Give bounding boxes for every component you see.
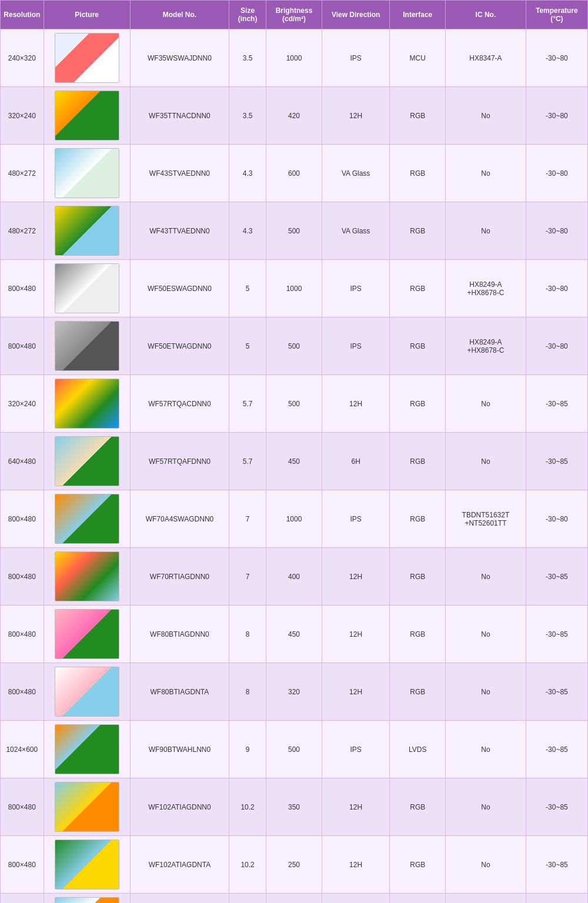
cell-brightness: 500: [266, 721, 322, 778]
cell-model: WF102ATIAGDNN0: [130, 778, 229, 836]
cell-brightness: 450: [266, 433, 322, 490]
cell-size: 9: [229, 721, 266, 778]
cell-model: WF57RTQACDNN0: [130, 375, 229, 433]
header-ic: IC No.: [446, 1, 526, 29]
cell-ic: No: [446, 663, 526, 721]
cell-viewdir: 12H: [322, 836, 390, 894]
cell-resolution: 320×240: [1, 375, 44, 433]
cell-interface: MCU: [390, 29, 446, 87]
cell-interface: RGB: [390, 836, 446, 894]
cell-brightness: 1000: [266, 490, 322, 548]
cell-ic: No: [446, 721, 526, 778]
table-row: 800×480WF70RTIAGDNN0740012HRGBNo-30~85: [1, 548, 588, 606]
table-row: 240×320WF35WSWAJDNN03.51000IPSMCUHX8347-…: [1, 29, 588, 87]
cell-model: WF57RTQAFDNN0: [130, 433, 229, 490]
cell-interface: LVDS: [390, 721, 446, 778]
cell-viewdir: IPS: [322, 29, 390, 87]
product-table: Resolution Picture Model No. Size(inch) …: [0, 0, 588, 903]
cell-picture: [44, 433, 130, 490]
cell-temp: -30~80: [526, 490, 587, 548]
cell-interface: RGB: [390, 778, 446, 836]
table-row: 800×480WF80BTIAGDNN0845012HRGBNo-30~85: [1, 606, 588, 663]
cell-model: WF90BTWAHLNN0: [130, 721, 229, 778]
cell-interface: RGB: [390, 145, 446, 202]
cell-viewdir: 12H: [322, 87, 390, 145]
cell-viewdir: VA Glass: [322, 145, 390, 202]
table-row: 800×480WF50ETWAGDNN05500IPSRGBHX8249-A +…: [1, 317, 588, 375]
cell-brightness: 500: [266, 375, 322, 433]
cell-viewdir: IPS: [322, 260, 390, 317]
cell-ic: No: [446, 836, 526, 894]
cell-resolution: 240×320: [1, 29, 44, 87]
cell-temp: -30~80: [526, 202, 587, 260]
cell-size: 5: [229, 260, 266, 317]
cell-viewdir: 12H: [322, 778, 390, 836]
cell-brightness: 500: [266, 202, 322, 260]
cell-ic: TBDNT51632T +NT52601TT: [446, 490, 526, 548]
cell-model: WF80BTIAGDNTA: [130, 663, 229, 721]
cell-resolution: 800×480: [1, 778, 44, 836]
cell-size: 3.5: [229, 29, 266, 87]
cell-ic: HX8249-A +HX8678-C: [446, 260, 526, 317]
cell-size: 7: [229, 548, 266, 606]
cell-interface: RGB: [390, 663, 446, 721]
cell-brightness: 400: [266, 548, 322, 606]
cell-ic: No: [446, 145, 526, 202]
cell-resolution: 800×480: [1, 490, 44, 548]
cell-picture: [44, 317, 130, 375]
cell-ic: No: [446, 606, 526, 663]
cell-resolution: 800×480: [1, 548, 44, 606]
cell-ic: —: [446, 894, 526, 904]
cell-brightness: 450: [266, 606, 322, 663]
cell-ic: No: [446, 87, 526, 145]
table-row: 800×480WF50ESWAGDNN051000IPSRGBHX8249-A …: [1, 260, 588, 317]
cell-model: WF35TTNACDNN0: [130, 87, 229, 145]
cell-picture: [44, 606, 130, 663]
cell-viewdir: 12H: [322, 548, 390, 606]
cell-model: WF43STVAEDNN0: [130, 145, 229, 202]
cell-size: 3.5: [229, 87, 266, 145]
cell-picture: [44, 202, 130, 260]
table-row: 480×272WF43STVAEDNN04.3600VA GlassRGBNo-…: [1, 145, 588, 202]
table-row: 480×272WF43TTVAEDNN04.3500VA GlassRGBNo-…: [1, 202, 588, 260]
cell-size: 4.3: [229, 145, 266, 202]
cell-resolution: 480×272: [1, 202, 44, 260]
table-row: 1024×600WF90BTWAHLNN09500IPSLVDSNo-30~85: [1, 721, 588, 778]
header-interface: Interface: [390, 1, 446, 29]
cell-size: 5: [229, 317, 266, 375]
cell-model: WF70A4SWAGDNN0: [130, 490, 229, 548]
cell-brightness: 600: [266, 145, 322, 202]
cell-model: WF50ESWAGDNN0: [130, 260, 229, 317]
cell-picture: [44, 260, 130, 317]
cell-ic: HX8249-A +HX8678-C: [446, 317, 526, 375]
cell-size: 7: [229, 490, 266, 548]
cell-temp: -30~85: [526, 894, 587, 904]
cell-resolution: 1024×768: [1, 894, 44, 904]
cell-model: WF35WSWAJDNN0: [130, 29, 229, 87]
cell-temp: -30~85: [526, 606, 587, 663]
cell-interface: RGB: [390, 87, 446, 145]
cell-size: 12.1: [229, 894, 266, 904]
cell-resolution: 1024×600: [1, 721, 44, 778]
cell-interface: RGB: [390, 433, 446, 490]
cell-size: 8: [229, 606, 266, 663]
cell-ic: No: [446, 778, 526, 836]
cell-model: WF102ATIAGDNTA: [130, 836, 229, 894]
cell-size: 4.3: [229, 202, 266, 260]
cell-picture: [44, 894, 130, 904]
cell-resolution: 640×480: [1, 433, 44, 490]
cell-viewdir: 12H: [322, 606, 390, 663]
cell-ic: No: [446, 548, 526, 606]
cell-picture: [44, 721, 130, 778]
cell-temp: -30~85: [526, 433, 587, 490]
cell-interface: RGB: [390, 202, 446, 260]
cell-temp: -30~80: [526, 260, 587, 317]
cell-size: 10.2: [229, 778, 266, 836]
cell-picture: [44, 548, 130, 606]
cell-resolution: 320×240: [1, 87, 44, 145]
cell-temp: -30~85: [526, 375, 587, 433]
cell-temp: -30~85: [526, 778, 587, 836]
table-row: 800×480WF70A4SWAGDNN071000IPSRGBTBDNT516…: [1, 490, 588, 548]
cell-interface: RGB: [390, 548, 446, 606]
cell-viewdir: VA Glass: [322, 202, 390, 260]
